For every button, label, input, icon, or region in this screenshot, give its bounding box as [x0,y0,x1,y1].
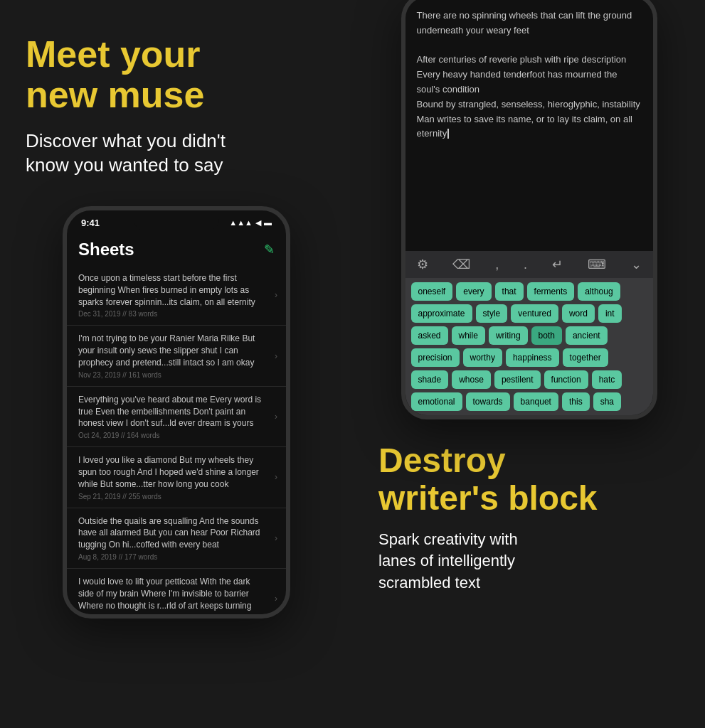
return-key[interactable]: ↵ [552,257,563,272]
word-row: emotional towards banquet this sha [411,392,647,411]
word-chip[interactable]: writing [489,326,528,345]
destroy-subtext: Spark creativity withlanes of intelligen… [378,529,679,594]
period-key[interactable]: . [524,257,527,272]
battery-icon: ▬ [264,218,272,227]
bottom-section: Destroywriter's block Spark creativity w… [353,419,705,728]
left-panel: Meet yournew muse Discover what you didn… [0,0,353,728]
main-subheadline: Discover what you didn'tknow you wanted … [26,129,226,178]
main-headline: Meet yournew muse [26,34,204,115]
word-chip[interactable]: althoug [578,282,620,301]
keyboard-icon[interactable]: ⌨ [588,257,606,272]
poem-text-area[interactable]: There are no spinning wheels that can li… [405,0,653,251]
settings-icon[interactable]: ⚙ [417,257,428,272]
item-meta: Jul 19, 2019 // 192 words [78,614,275,619]
list-item[interactable]: I loved you like a diamond But my wheels… [67,447,286,508]
item-text: Once upon a timeless start before the fi… [78,272,275,308]
word-chip[interactable]: this [562,392,590,411]
word-suggestion-grid: oneself every that ferments althoug appr… [405,278,653,415]
chevron-right-icon: › [275,351,277,361]
word-chip[interactable]: that [495,282,524,301]
delete-icon[interactable]: ⌫ [452,257,470,272]
item-meta: Aug 8, 2019 // 177 words [78,553,275,561]
word-row: precision worthy happiness together [411,348,647,367]
word-chip[interactable]: word [562,304,595,323]
status-time: 9:41 [81,218,100,228]
word-chip[interactable]: precision [411,348,460,367]
word-chip[interactable]: banquet [514,392,558,411]
word-row: approximate style ventured word int [411,304,647,323]
status-bar: 9:41 ▲▲▲ ◀ ▬ [67,210,286,231]
word-chip-both[interactable]: both [531,326,562,345]
word-chip[interactable]: happiness [506,348,559,367]
item-meta: Dec 31, 2019 // 83 words [78,310,275,318]
word-chip[interactable]: sha [593,392,621,411]
word-chip[interactable]: together [563,348,608,367]
word-chip[interactable]: ancient [566,326,608,345]
list-item[interactable]: I would love to lift your petticoat With… [67,569,286,619]
chevron-right-icon: › [275,290,277,300]
word-chip[interactable]: whose [452,370,491,389]
word-chip[interactable]: towards [466,392,510,411]
list-item[interactable]: I'm not trying to be your Ranier Maria R… [67,326,286,386]
edit-icon[interactable]: ✎ [264,242,275,257]
word-chip[interactable]: ventured [511,304,558,323]
word-row: oneself every that ferments althoug [411,282,647,301]
destroy-headline: Destroywriter's block [378,442,679,518]
item-meta: Nov 23, 2019 // 161 words [78,371,275,379]
chevron-right-icon: › [275,533,277,543]
word-chip[interactable]: int [598,304,622,323]
right-panel: There are no spinning wheels that can li… [353,0,705,728]
item-meta: Oct 24, 2019 // 164 words [78,432,275,439]
word-chip[interactable]: function [544,370,588,389]
item-text: I loved you like a diamond But my wheels… [78,454,275,490]
word-chip[interactable]: oneself [411,282,453,301]
item-text: Outside the quails are squalling And the… [78,515,275,551]
word-chip[interactable]: style [476,304,508,323]
keyboard-toolbar: ⚙ ⌫ , . ↵ ⌨ ⌄ [405,251,653,278]
phone-mockup-left: 9:41 ▲▲▲ ◀ ▬ Sheets ✎ Once upon a timele… [63,206,290,619]
poem-text: There are no spinning wheels that can li… [417,9,642,141]
chevron-right-icon: › [275,594,277,604]
word-chip[interactable]: hatc [592,370,622,389]
item-text: I would love to lift your petticoat With… [78,576,275,611]
word-chip[interactable]: ferments [527,282,575,301]
item-meta: Sep 21, 2019 // 255 words [78,493,275,500]
signal-icon: ▲▲▲ [229,218,253,227]
item-text: I'm not trying to be your Ranier Maria R… [78,333,275,368]
word-row: asked while writing both ancient [411,326,647,345]
word-row: shade whose pestilent function hatc [411,370,647,389]
item-text: Everything you've heard about me Every w… [78,394,275,429]
word-chip[interactable]: asked [411,326,448,345]
word-chip[interactable]: worthy [463,348,502,367]
word-chip[interactable]: shade [411,370,449,389]
chevron-right-icon: › [275,472,277,482]
phone-inner: There are no spinning wheels that can li… [405,0,653,415]
word-chip[interactable]: pestilent [494,370,541,389]
sheets-title: Sheets [78,240,134,259]
chevron-down-icon[interactable]: ⌄ [631,257,642,272]
word-chip[interactable]: emotional [411,392,462,411]
phone-mockup-right: There are no spinning wheels that can li… [401,0,657,419]
chevron-right-icon: › [275,412,277,422]
phone-container-right: There are no spinning wheels that can li… [353,0,705,419]
status-icons: ▲▲▲ ◀ ▬ [229,218,272,228]
sheets-header: Sheets ✎ [67,237,286,265]
wifi-icon: ◀ [255,218,261,228]
word-chip[interactable]: while [452,326,485,345]
word-chip[interactable]: approximate [411,304,472,323]
word-chip[interactable]: every [456,282,491,301]
phone-content: Sheets ✎ Once upon a timeless start befo… [67,231,286,619]
comma-key[interactable]: , [495,257,499,272]
list-item[interactable]: Once upon a timeless start before the fi… [67,265,286,326]
list-item[interactable]: Everything you've heard about me Every w… [67,387,286,447]
list-item[interactable]: Outside the quails are squalling And the… [67,508,286,569]
